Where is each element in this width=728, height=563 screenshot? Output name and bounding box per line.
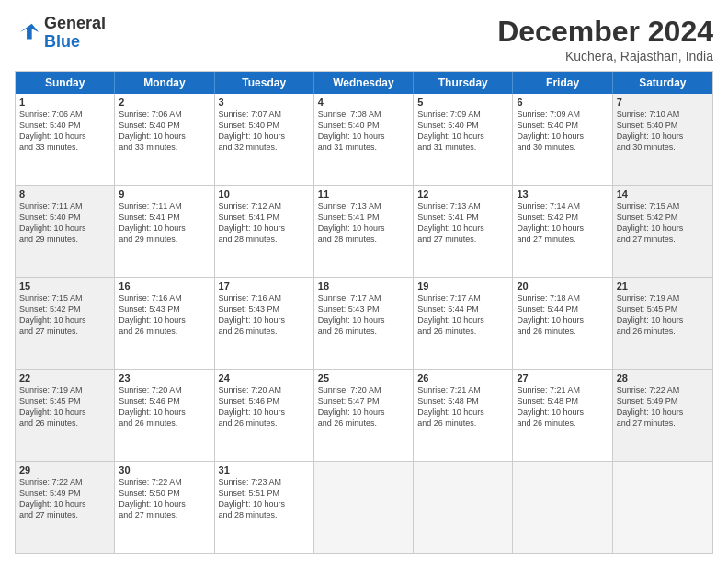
location-title: Kuchera, Rajasthan, India	[497, 49, 713, 63]
calendar-cell: 29Sunrise: 7:22 AM Sunset: 5:49 PM Dayli…	[16, 462, 115, 553]
day-number: 10	[219, 189, 310, 200]
svg-marker-0	[20, 24, 40, 40]
day-number: 9	[119, 189, 210, 200]
day-info: Sunrise: 7:22 AM Sunset: 5:50 PM Dayligh…	[119, 477, 210, 522]
calendar-cell: 4Sunrise: 7:08 AM Sunset: 5:40 PM Daylig…	[314, 94, 414, 185]
calendar-cell	[613, 462, 712, 553]
day-number: 5	[417, 97, 508, 108]
day-number: 28	[617, 373, 709, 384]
day-info: Sunrise: 7:21 AM Sunset: 5:48 PM Dayligh…	[417, 385, 508, 430]
calendar-header-cell: Monday	[115, 72, 214, 94]
calendar-cell: 7Sunrise: 7:10 AM Sunset: 5:40 PM Daylig…	[613, 94, 712, 185]
day-number: 21	[617, 281, 709, 292]
day-number: 27	[517, 373, 608, 384]
day-info: Sunrise: 7:16 AM Sunset: 5:43 PM Dayligh…	[219, 293, 310, 338]
day-number: 16	[119, 281, 210, 292]
day-info: Sunrise: 7:22 AM Sunset: 5:49 PM Dayligh…	[19, 477, 110, 522]
calendar-row: 15Sunrise: 7:15 AM Sunset: 5:42 PM Dayli…	[16, 278, 712, 370]
calendar-cell: 8Sunrise: 7:11 AM Sunset: 5:40 PM Daylig…	[16, 186, 115, 277]
day-number: 4	[318, 97, 409, 108]
calendar-body: 1Sunrise: 7:06 AM Sunset: 5:40 PM Daylig…	[16, 94, 712, 553]
day-number: 17	[219, 281, 310, 292]
calendar-cell: 24Sunrise: 7:20 AM Sunset: 5:46 PM Dayli…	[215, 370, 314, 461]
calendar-cell: 22Sunrise: 7:19 AM Sunset: 5:45 PM Dayli…	[16, 370, 115, 461]
calendar-cell: 15Sunrise: 7:15 AM Sunset: 5:42 PM Dayli…	[16, 278, 115, 369]
calendar-cell: 11Sunrise: 7:13 AM Sunset: 5:41 PM Dayli…	[314, 186, 414, 277]
day-number: 2	[119, 97, 210, 108]
day-info: Sunrise: 7:15 AM Sunset: 5:42 PM Dayligh…	[617, 201, 709, 246]
day-number: 26	[417, 373, 508, 384]
calendar-cell	[314, 462, 414, 553]
day-info: Sunrise: 7:21 AM Sunset: 5:48 PM Dayligh…	[517, 385, 608, 430]
calendar-cell: 5Sunrise: 7:09 AM Sunset: 5:40 PM Daylig…	[414, 94, 513, 185]
calendar-cell: 13Sunrise: 7:14 AM Sunset: 5:42 PM Dayli…	[513, 186, 612, 277]
day-info: Sunrise: 7:19 AM Sunset: 5:45 PM Dayligh…	[19, 385, 110, 430]
day-number: 30	[119, 465, 210, 476]
logo: General Blue	[15, 15, 106, 52]
calendar-cell: 23Sunrise: 7:20 AM Sunset: 5:46 PM Dayli…	[115, 370, 214, 461]
day-info: Sunrise: 7:12 AM Sunset: 5:41 PM Dayligh…	[219, 201, 310, 246]
day-info: Sunrise: 7:17 AM Sunset: 5:44 PM Dayligh…	[417, 293, 508, 338]
day-info: Sunrise: 7:13 AM Sunset: 5:41 PM Dayligh…	[318, 201, 409, 246]
calendar-cell: 2Sunrise: 7:06 AM Sunset: 5:40 PM Daylig…	[115, 94, 214, 185]
day-info: Sunrise: 7:14 AM Sunset: 5:42 PM Dayligh…	[517, 201, 608, 246]
calendar-cell: 20Sunrise: 7:18 AM Sunset: 5:44 PM Dayli…	[513, 278, 612, 369]
calendar-cell: 25Sunrise: 7:20 AM Sunset: 5:47 PM Dayli…	[314, 370, 414, 461]
calendar-cell: 10Sunrise: 7:12 AM Sunset: 5:41 PM Dayli…	[215, 186, 314, 277]
calendar-cell: 9Sunrise: 7:11 AM Sunset: 5:41 PM Daylig…	[115, 186, 214, 277]
calendar: SundayMondayTuesdayWednesdayThursdayFrid…	[15, 71, 713, 554]
calendar-cell: 19Sunrise: 7:17 AM Sunset: 5:44 PM Dayli…	[414, 278, 513, 369]
day-info: Sunrise: 7:16 AM Sunset: 5:43 PM Dayligh…	[119, 293, 210, 338]
day-info: Sunrise: 7:20 AM Sunset: 5:46 PM Dayligh…	[219, 385, 310, 430]
day-info: Sunrise: 7:08 AM Sunset: 5:40 PM Dayligh…	[318, 109, 409, 154]
calendar-cell: 16Sunrise: 7:16 AM Sunset: 5:43 PM Dayli…	[115, 278, 214, 369]
day-info: Sunrise: 7:11 AM Sunset: 5:40 PM Dayligh…	[19, 201, 110, 246]
day-number: 1	[19, 97, 110, 108]
calendar-cell: 14Sunrise: 7:15 AM Sunset: 5:42 PM Dayli…	[613, 186, 712, 277]
calendar-cell: 26Sunrise: 7:21 AM Sunset: 5:48 PM Dayli…	[414, 370, 513, 461]
day-number: 24	[219, 373, 310, 384]
calendar-cell: 6Sunrise: 7:09 AM Sunset: 5:40 PM Daylig…	[513, 94, 612, 185]
day-info: Sunrise: 7:18 AM Sunset: 5:44 PM Dayligh…	[517, 293, 608, 338]
calendar-row: 8Sunrise: 7:11 AM Sunset: 5:40 PM Daylig…	[16, 186, 712, 278]
logo-line2: Blue	[44, 33, 106, 52]
day-info: Sunrise: 7:06 AM Sunset: 5:40 PM Dayligh…	[119, 109, 210, 154]
calendar-cell: 30Sunrise: 7:22 AM Sunset: 5:50 PM Dayli…	[115, 462, 214, 553]
day-number: 18	[318, 281, 409, 292]
calendar-header-cell: Saturday	[613, 72, 712, 94]
day-number: 19	[417, 281, 508, 292]
calendar-header-cell: Thursday	[414, 72, 513, 94]
day-number: 3	[219, 97, 310, 108]
day-number: 31	[219, 465, 310, 476]
day-number: 7	[617, 97, 709, 108]
calendar-cell: 12Sunrise: 7:13 AM Sunset: 5:41 PM Dayli…	[414, 186, 513, 277]
calendar-cell: 1Sunrise: 7:06 AM Sunset: 5:40 PM Daylig…	[16, 94, 115, 185]
page: General Blue December 2024 Kuchera, Raja…	[0, 0, 728, 563]
day-number: 29	[19, 465, 110, 476]
logo-icon	[15, 20, 40, 46]
calendar-cell: 17Sunrise: 7:16 AM Sunset: 5:43 PM Dayli…	[215, 278, 314, 369]
day-number: 14	[617, 189, 709, 200]
calendar-cell: 27Sunrise: 7:21 AM Sunset: 5:48 PM Dayli…	[513, 370, 612, 461]
calendar-header-cell: Sunday	[16, 72, 115, 94]
day-info: Sunrise: 7:17 AM Sunset: 5:43 PM Dayligh…	[318, 293, 409, 338]
calendar-row: 1Sunrise: 7:06 AM Sunset: 5:40 PM Daylig…	[16, 94, 712, 186]
day-number: 20	[517, 281, 608, 292]
day-info: Sunrise: 7:13 AM Sunset: 5:41 PM Dayligh…	[417, 201, 508, 246]
logo-line1: General	[44, 15, 106, 33]
day-info: Sunrise: 7:07 AM Sunset: 5:40 PM Dayligh…	[219, 109, 310, 154]
calendar-cell	[414, 462, 513, 553]
day-number: 25	[318, 373, 409, 384]
day-info: Sunrise: 7:09 AM Sunset: 5:40 PM Dayligh…	[417, 109, 508, 154]
day-number: 22	[19, 373, 110, 384]
day-info: Sunrise: 7:19 AM Sunset: 5:45 PM Dayligh…	[617, 293, 709, 338]
day-info: Sunrise: 7:11 AM Sunset: 5:41 PM Dayligh…	[119, 201, 210, 246]
day-info: Sunrise: 7:06 AM Sunset: 5:40 PM Dayligh…	[19, 109, 110, 154]
header: General Blue December 2024 Kuchera, Raja…	[15, 15, 713, 63]
calendar-header-cell: Friday	[513, 72, 612, 94]
day-info: Sunrise: 7:09 AM Sunset: 5:40 PM Dayligh…	[517, 109, 608, 154]
calendar-cell: 31Sunrise: 7:23 AM Sunset: 5:51 PM Dayli…	[215, 462, 314, 553]
calendar-header: SundayMondayTuesdayWednesdayThursdayFrid…	[16, 72, 712, 94]
calendar-header-cell: Wednesday	[314, 72, 414, 94]
day-number: 12	[417, 189, 508, 200]
